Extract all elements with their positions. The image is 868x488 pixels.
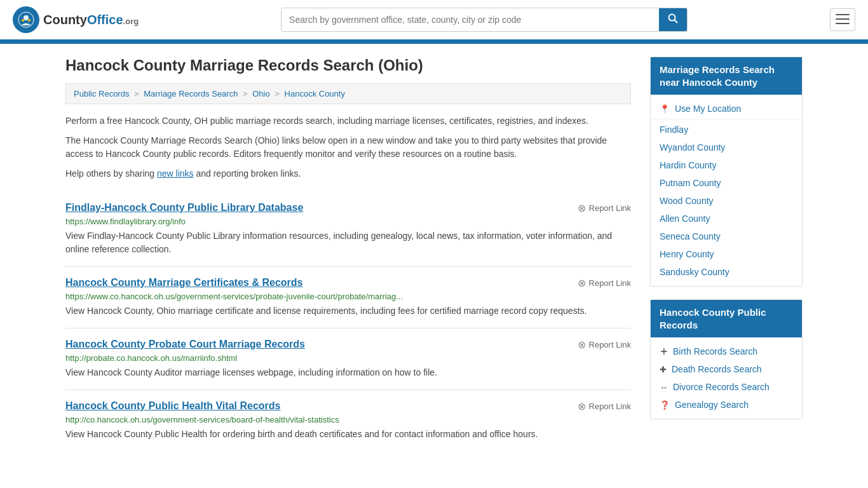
page-title: Hancock County Marriage Records Search (… [65, 57, 631, 74]
nearby-item-9[interactable]: Sandusky County [651, 263, 802, 281]
result-header-2: Hancock County Probate Court Marriage Re… [65, 339, 631, 351]
result-header-3: Hancock County Public Health Vital Recor… [65, 400, 631, 412]
pr-link-2[interactable]: Divorce Records Search [673, 382, 770, 392]
pr-link-3[interactable]: Genealogy Search [675, 400, 749, 410]
sidebar: Marriage Records Search near Hancock Cou… [650, 57, 803, 451]
public-records-item-2[interactable]: ↔Divorce Records Search [651, 378, 802, 396]
result-title-1[interactable]: Hancock County Marriage Certificates & R… [65, 277, 302, 288]
svg-rect-6 [836, 14, 850, 15]
nearby-link-7[interactable]: Seneca County [660, 231, 721, 241]
public-records-item-0[interactable]: 🞢Birth Records Search [651, 342, 802, 360]
nearby-icon-0: 📍 [660, 104, 670, 114]
result-header-1: Hancock County Marriage Certificates & R… [65, 277, 631, 289]
result-header-0: Findlay-Hancock County Public Library Da… [65, 202, 631, 214]
public-records-body: 🞢Birth Records Search✚Death Records Sear… [651, 337, 802, 419]
result-title-0[interactable]: Findlay-Hancock County Public Library Da… [65, 202, 303, 214]
nearby-link-0[interactable]: Use My Location [675, 104, 741, 114]
public-records-item-3[interactable]: ❓Genealogy Search [651, 396, 802, 414]
result-title-2[interactable]: Hancock County Probate Court Marriage Re… [65, 339, 305, 350]
logo-icon [13, 6, 39, 33]
public-records-section: Hancock County Public Records 🞢Birth Rec… [650, 299, 803, 419]
svg-point-2 [22, 19, 24, 22]
svg-rect-7 [836, 18, 850, 20]
hamburger-menu[interactable] [830, 8, 855, 31]
breadcrumb: Public Records > Marriage Records Search… [65, 83, 631, 104]
nearby-item-8[interactable]: Henry County [651, 245, 802, 263]
logo-area: CountyOffice.org [13, 6, 139, 33]
search-button[interactable] [659, 8, 687, 31]
nearby-link-9[interactable]: Sandusky County [660, 267, 729, 277]
breadcrumb-sep-2: > [243, 89, 250, 98]
nearby-item-5[interactable]: Wood County [651, 192, 802, 210]
result-desc-3: View Hancock County Public Health for or… [65, 428, 631, 441]
pr-icon-3: ❓ [660, 400, 670, 410]
report-icon-1: ⊗ [578, 277, 586, 289]
nearby-item-3[interactable]: Hardin County [651, 156, 802, 174]
intro-text-1: Perform a free Hancock County, OH public… [65, 114, 631, 128]
report-icon-0: ⊗ [578, 202, 586, 214]
content-area: Hancock County Marriage Records Search (… [65, 57, 631, 451]
report-icon-3: ⊗ [578, 400, 586, 412]
nearby-body: 📍Use My LocationFindlayWyandot CountyHar… [651, 95, 802, 286]
svg-point-3 [28, 19, 31, 22]
logo-text: CountyOffice.org [43, 13, 139, 27]
nearby-link-5[interactable]: Wood County [660, 196, 714, 206]
nearby-link-8[interactable]: Henry County [660, 249, 714, 259]
result-desc-1: View Hancock County, Ohio marriage certi… [65, 304, 631, 318]
svg-point-4 [669, 15, 675, 21]
pr-icon-1: ✚ [660, 365, 667, 374]
nearby-link-6[interactable]: Allen County [660, 214, 710, 224]
search-bar [281, 8, 688, 32]
result-card-0: Findlay-Hancock County Public Library Da… [65, 192, 631, 267]
result-desc-2: View Hancock County Auditor marriage lic… [65, 366, 631, 379]
breadcrumb-ohio[interactable]: Ohio [252, 89, 269, 98]
breadcrumb-sep-3: > [275, 89, 281, 98]
pr-link-0[interactable]: Birth Records Search [673, 346, 757, 356]
pr-link-1[interactable]: Death Records Search [672, 364, 762, 374]
result-card-2: Hancock County Probate Court Marriage Re… [65, 329, 631, 390]
help-text: Help others by sharing new links and rep… [65, 167, 631, 180]
svg-line-5 [675, 20, 678, 24]
svg-rect-8 [836, 23, 850, 24]
nearby-item-0[interactable]: 📍Use My Location [651, 100, 802, 118]
breadcrumb-public-records[interactable]: Public Records [74, 89, 129, 98]
nearby-link-3[interactable]: Hardin County [660, 160, 717, 170]
pr-icon-2: ↔ [660, 383, 668, 392]
nearby-item-1[interactable]: Findlay [651, 121, 802, 139]
nearby-item-4[interactable]: Putnam County [651, 174, 802, 192]
report-link-0[interactable]: ⊗ Report Link [578, 202, 631, 214]
report-link-3[interactable]: ⊗ Report Link [578, 400, 631, 412]
result-url-1: https://www.co.hancock.oh.us/government-… [65, 292, 631, 301]
nearby-link-1[interactable]: Findlay [660, 125, 688, 135]
nearby-header: Marriage Records Search near Hancock Cou… [651, 57, 802, 95]
public-records-item-1[interactable]: ✚Death Records Search [651, 360, 802, 378]
nearby-link-4[interactable]: Putnam County [660, 178, 721, 188]
search-input[interactable] [281, 10, 659, 30]
nearby-link-2[interactable]: Wyandot County [660, 142, 725, 152]
header: CountyOffice.org [0, 0, 868, 41]
results-container: Findlay-Hancock County Public Library Da… [65, 192, 631, 451]
report-link-2[interactable]: ⊗ Report Link [578, 339, 631, 351]
main-container: Hancock County Marriage Records Search (… [53, 44, 815, 464]
result-desc-0: View Findlay-Hancock County Public Libra… [65, 229, 631, 256]
result-card-1: Hancock County Marriage Certificates & R… [65, 267, 631, 329]
breadcrumb-marriage-records[interactable]: Marriage Records Search [144, 89, 238, 98]
result-title-3[interactable]: Hancock County Public Health Vital Recor… [65, 400, 280, 412]
nearby-item-2[interactable]: Wyandot County [651, 139, 802, 156]
intro-text-2: The Hancock County Marriage Records Sear… [65, 134, 631, 161]
breadcrumb-hancock-county[interactable]: Hancock County [285, 89, 345, 98]
nearby-section: Marriage Records Search near Hancock Cou… [650, 57, 803, 287]
result-url-0: https://www.findlaylibrary.org/info [65, 217, 631, 226]
report-icon-2: ⊗ [578, 339, 586, 351]
breadcrumb-sep-1: > [134, 89, 141, 98]
result-card-3: Hancock County Public Health Vital Recor… [65, 390, 631, 451]
svg-point-1 [24, 15, 29, 20]
report-link-1[interactable]: ⊗ Report Link [578, 277, 631, 289]
nearby-item-7[interactable]: Seneca County [651, 227, 802, 245]
public-records-header: Hancock County Public Records [651, 300, 802, 337]
result-url-3: http://co.hancock.oh.us/government-servi… [65, 415, 631, 424]
nearby-item-6[interactable]: Allen County [651, 210, 802, 227]
new-links-link[interactable]: new links [157, 168, 194, 179]
result-url-2: http://probate.co.hancock.oh.us/marriinf… [65, 353, 631, 363]
pr-icon-0: 🞢 [660, 347, 668, 356]
